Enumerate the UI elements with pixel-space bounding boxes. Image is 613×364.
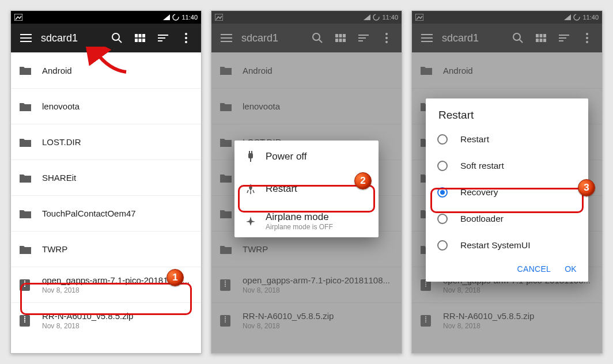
restart-option-label: Recovery	[460, 187, 498, 198]
file-name: lenovoota	[42, 101, 193, 111]
folder-row[interactable]: TWRP	[11, 231, 201, 267]
signal-icon	[163, 14, 170, 20]
folder-row[interactable]: Android	[11, 52, 201, 88]
status-time: 11:40	[181, 14, 198, 21]
svg-rect-12	[139, 39, 142, 42]
svg-rect-25	[24, 320, 25, 321]
radio-icon	[437, 134, 448, 145]
radio-icon	[437, 187, 448, 198]
svg-rect-9	[139, 34, 142, 37]
svg-rect-56	[249, 151, 250, 154]
sort-button[interactable]	[152, 26, 175, 50]
file-name: open_gapps-arm-7.1-pico-20181108...	[42, 275, 193, 285]
folder-icon	[19, 101, 42, 112]
rocket-icon	[245, 183, 266, 195]
restart-option-recovery[interactable]: Recovery	[426, 179, 588, 206]
restart-option-label: Restart	[460, 134, 489, 145]
folder-row[interactable]: SHAREit	[11, 160, 201, 195]
restart-option-bootloader[interactable]: Bootloader	[426, 206, 588, 232]
picture-icon	[14, 14, 22, 21]
file-name: SHAREit	[42, 173, 193, 183]
view-grid-button[interactable]	[128, 26, 152, 50]
restart-option-soft-restart[interactable]: Soft restart	[426, 153, 588, 179]
file-row[interactable]: open_gapps-arm-7.1-pico-20181108...Nov 8…	[11, 267, 201, 302]
svg-point-16	[185, 41, 187, 43]
loading-icon	[172, 14, 179, 21]
screenshot-2: 11:40 sdcard1 AndroidlenovootaLOST.DIRSH…	[211, 10, 402, 354]
svg-rect-24	[24, 318, 25, 319]
svg-rect-4	[20, 37, 32, 39]
svg-rect-19	[24, 282, 25, 283]
power-off-label: Power off	[266, 151, 307, 162]
file-name: LOST.DIR	[42, 137, 193, 147]
restart-option-label: Restart SystemUI	[460, 240, 530, 251]
folder-icon	[19, 65, 42, 75]
file-name: RR-N-A6010_v5.8.5.zip	[42, 311, 193, 321]
airplane-option[interactable]: Airplane mode Airplane mode is OFF	[234, 205, 379, 237]
svg-point-2	[173, 14, 179, 20]
power-off-option[interactable]: Power off	[234, 141, 379, 173]
power-menu-dialog: Power off Restart Airplane mode Airplane…	[234, 141, 379, 237]
radio-icon	[437, 240, 448, 251]
file-name: TouchPalContactOem47	[42, 208, 193, 218]
file-date: Nov 8, 2018	[42, 286, 193, 294]
restart-option-label: Bootloader	[460, 214, 504, 224]
file-name: Android	[42, 66, 193, 75]
svg-point-14	[185, 33, 187, 35]
menu-button[interactable]	[14, 26, 37, 50]
svg-rect-55	[248, 153, 253, 158]
restart-option-restart[interactable]: Restart	[426, 126, 588, 153]
restart-option-restart-systemui[interactable]: Restart SystemUI	[426, 232, 588, 259]
folder-icon	[19, 173, 42, 183]
screenshot-3: 11:40 sdcard1 AndroidlenovootaLOST.DIRSH…	[411, 10, 603, 354]
svg-marker-1	[163, 14, 170, 20]
radio-icon	[437, 161, 448, 171]
svg-rect-57	[251, 151, 252, 154]
file-name: TWRP	[42, 244, 193, 254]
file-list[interactable]: AndroidlenovootaLOST.DIRSHAREitTouchPalC…	[11, 52, 201, 338]
plug-icon	[245, 151, 266, 162]
screenshot-1: 11:40 sdcard1 AndroidlenovootaLOST.DIRSH…	[10, 10, 202, 354]
restart-label: Restart	[266, 183, 297, 195]
restart-dialog: Restart RestartSoft restartRecoveryBootl…	[426, 98, 588, 282]
ok-button[interactable]: OK	[565, 264, 577, 274]
status-bar: 11:40	[11, 11, 201, 24]
folder-row[interactable]: lenovoota	[11, 88, 201, 124]
svg-point-15	[185, 37, 187, 39]
svg-rect-10	[142, 34, 145, 37]
folder-icon	[19, 137, 42, 147]
folder-row[interactable]: LOST.DIR	[11, 124, 201, 160]
restart-option[interactable]: Restart	[234, 173, 379, 205]
restart-option-label: Soft restart	[460, 161, 504, 171]
cancel-button[interactable]: CANCEL	[517, 264, 551, 274]
zip-icon	[19, 314, 42, 327]
svg-rect-3	[20, 34, 32, 35]
dialog-actions: CANCEL OK	[426, 259, 588, 279]
svg-rect-8	[135, 34, 138, 37]
app-toolbar: sdcard1	[11, 24, 201, 52]
svg-rect-21	[24, 286, 25, 287]
svg-rect-26	[24, 321, 25, 323]
svg-rect-11	[135, 39, 138, 42]
folder-icon	[19, 208, 42, 219]
folder-icon	[19, 244, 42, 255]
airplane-sub: Airplane mode is OFF	[266, 223, 333, 231]
file-row[interactable]: RR-N-A6010_v5.8.5.zipNov 8, 2018	[11, 302, 201, 338]
svg-line-7	[119, 40, 122, 43]
search-button[interactable]	[105, 26, 128, 50]
radio-icon	[437, 214, 448, 224]
svg-rect-58	[250, 158, 251, 162]
restart-dialog-title: Restart	[426, 98, 588, 126]
svg-rect-5	[20, 41, 32, 42]
toolbar-title[interactable]: sdcard1	[37, 32, 84, 44]
airplane-label: Airplane mode	[266, 211, 333, 223]
folder-row[interactable]: TouchPalContactOem47	[11, 195, 201, 231]
overflow-button[interactable]	[175, 26, 198, 50]
svg-rect-13	[142, 39, 145, 42]
airplane-icon	[245, 215, 266, 227]
zip-icon	[19, 279, 42, 291]
svg-rect-18	[24, 280, 25, 282]
svg-point-6	[112, 33, 119, 40]
svg-rect-23	[24, 316, 25, 317]
svg-rect-20	[24, 284, 25, 285]
